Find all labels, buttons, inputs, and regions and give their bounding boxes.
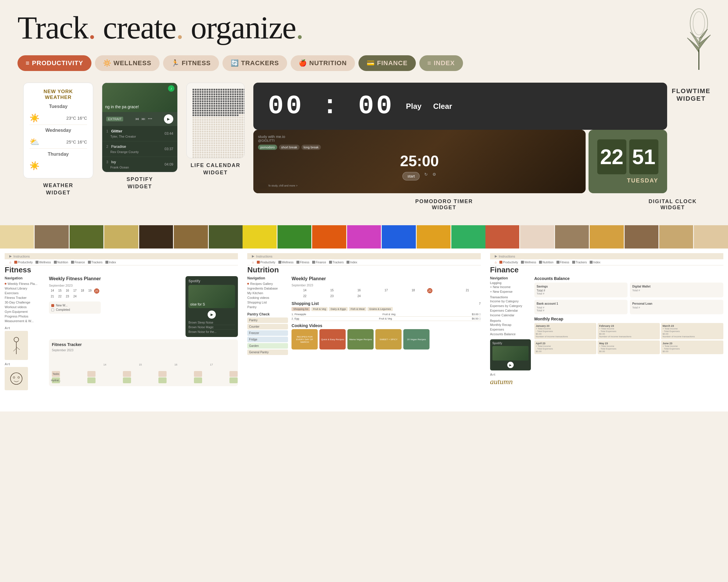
svg-point-8 (18, 377, 20, 378)
pomodoro-refresh-icon[interactable]: ↻ (424, 172, 428, 181)
fitness-sidebar-art-2: Art (5, 362, 46, 390)
life-cell (206, 107, 208, 109)
sidebar-item-workout[interactable]: Workout Library (5, 286, 46, 291)
tab-finance[interactable]: 💳 FINANCE (359, 55, 416, 71)
tab-trackers[interactable]: 🔄 TRACKERS (223, 55, 287, 71)
tab-index[interactable]: ≡ INDEX (419, 55, 463, 71)
life-cell (204, 101, 206, 102)
sidebar-item-exercises[interactable]: Exercises (5, 291, 46, 295)
skip-back-icon[interactable]: ⏭ (141, 117, 146, 121)
sidebar-item-gym[interactable]: Gym Equipment (5, 309, 46, 314)
recipe-thumb-4[interactable]: SWEET + SPICY (375, 329, 401, 350)
sidebar-income-by-cat[interactable]: Income by Category (490, 299, 531, 304)
digital-clock-label-text: DIGITAL CLOCKWIDGET (649, 198, 697, 211)
life-cell (244, 117, 244, 118)
life-cell (228, 117, 229, 118)
nutrition-body: Weekly Planner September 2023 14 15 16 1… (291, 276, 480, 407)
sidebar-item-progress[interactable]: Progress Photos (5, 314, 46, 318)
life-cell (197, 107, 199, 109)
life-cell (213, 107, 215, 109)
sidebar-kitchen[interactable]: My Kitchen (247, 291, 288, 295)
more-icon[interactable]: ••• (148, 117, 152, 121)
sidebar-pantry[interactable]: Pantry (247, 305, 288, 309)
life-cell (228, 140, 229, 142)
fitness-instructions-label: Instructions (14, 255, 30, 258)
tab-productivity[interactable]: ≡ PRODUCTIVITY (18, 55, 92, 71)
life-cell (197, 119, 199, 121)
cooking-videos-title: Cooking Videos (291, 323, 480, 328)
sidebar-item-tracker[interactable]: Fitness Tracker (5, 295, 46, 300)
sidebar-cooking-videos[interactable]: Cooking videos (247, 295, 288, 300)
fitness-mini-nav: ⌂ Productivity Wellness Nutrition Financ… (5, 259, 238, 266)
trackers-label: TRACKERS (241, 59, 279, 67)
life-cell (241, 131, 243, 132)
shopping-tab-grains[interactable]: Grains & Legumes (367, 307, 393, 311)
clear-button[interactable]: Clear (433, 102, 452, 111)
life-cell (237, 93, 238, 95)
sidebar-new-income[interactable]: + New Income (490, 285, 531, 289)
sidebar-item-weekly[interactable]: Weekly Fitness Pla... (5, 281, 46, 286)
sidebar-item-measurements[interactable]: Measurement & W... (5, 318, 46, 323)
shopping-tab-dairy[interactable]: Dairy & Eggs (329, 307, 348, 311)
recipe-thumb-1[interactable]: RECIPES FOR EVERY DAY OF MARCH (291, 329, 318, 350)
task-checkbox-2[interactable] (51, 308, 54, 311)
life-cell (244, 121, 244, 123)
sidebar-item-videos[interactable]: Workout videos (5, 305, 46, 309)
pomo-tab-long[interactable]: long break (302, 145, 321, 150)
spotify-play-button[interactable]: ▶ (164, 114, 173, 124)
life-cell (239, 91, 241, 93)
recipe-thumb-2[interactable]: Quick & Easy Recipes (319, 329, 346, 350)
recap-jan-label: January 23 (536, 325, 595, 327)
shopping-tab-fruits[interactable]: Fruit & Veg (311, 307, 328, 311)
life-cell (239, 156, 241, 158)
pomodoro-settings-icon[interactable]: ⚙ (433, 172, 436, 181)
shopping-tab-all[interactable]: Shopping list (291, 307, 310, 311)
sidebar-monthly-recap[interactable]: Monthly Recap (490, 323, 531, 327)
life-cell (234, 149, 236, 151)
pomo-tab-pomodoro[interactable]: pomodoro (258, 145, 277, 150)
sidebar-expenses-report[interactable]: Expenses (490, 327, 531, 332)
sidebar-expenses-by-cat[interactable]: Expenses by Category (490, 304, 531, 308)
task-checkbox[interactable] (51, 304, 54, 307)
life-cell (213, 156, 215, 158)
art-autumn-text: autumn (490, 378, 531, 386)
prev-icon[interactable]: ⏮ (135, 117, 139, 121)
tab-nutrition[interactable]: 🍎 NUTRITION (291, 55, 355, 71)
sidebar-income-cal[interactable]: Income Calendar (490, 313, 531, 317)
pomodoro-start-button[interactable]: start (402, 172, 420, 181)
life-cell (192, 138, 194, 139)
shopping-tab-fish[interactable]: Fish & Meat (349, 307, 366, 311)
life-cell (241, 110, 243, 111)
sidebar-recipes[interactable]: Recipes Gallery (247, 281, 288, 286)
pomo-tab-short[interactable]: short break (279, 145, 300, 150)
life-cell (239, 151, 241, 154)
pantry-counter: Counter (247, 324, 288, 329)
finance-nav-fitness: Fitness (556, 261, 569, 264)
sidebar-shopping[interactable]: Shopping List (247, 300, 288, 305)
life-cell (197, 131, 199, 132)
finance-art: Art autumn (490, 373, 531, 386)
sidebar-expenses-cal[interactable]: Expenses Calendar (490, 308, 531, 313)
sidebar-accounts-balance[interactable]: Accounts Balance (490, 332, 531, 336)
spotify-panel-play-button[interactable]: ▶ (208, 310, 216, 318)
sidebar-new-expense[interactable]: + New Expense (490, 289, 531, 294)
tab-fitness[interactable]: 🏃 FITNESS (163, 55, 219, 71)
sidebar-item-challenge[interactable]: 30-Day Challenge (5, 300, 46, 305)
recipe-title-3: Mama Vegan Recipes (348, 337, 373, 342)
fitness-nav-trackers: Trackers (88, 261, 103, 264)
sidebar-ingredients[interactable]: Ingredients Database (247, 286, 288, 291)
finance-play-button[interactable]: ▶ (507, 362, 514, 368)
weather-temps-1: 23°C 16°C (67, 115, 87, 120)
finance-instructions-bar: ▶ Instructions (490, 253, 723, 259)
recipe-thumb-3[interactable]: Mama Vegan Recipes (347, 329, 373, 350)
pantry-check-title: Pantry Check (247, 312, 288, 316)
play-button[interactable]: Play (406, 102, 422, 111)
fitness-banner-block-2 (35, 225, 69, 249)
tab-wellness[interactable]: 🔆 WELLNESS (95, 55, 160, 71)
svg-point-2 (14, 337, 19, 342)
life-cell (197, 135, 199, 137)
life-cell (239, 89, 241, 90)
life-cell (213, 145, 215, 146)
recipe-thumb-5[interactable]: 20 Vegan Recipes (403, 329, 430, 350)
life-cell (209, 140, 211, 142)
